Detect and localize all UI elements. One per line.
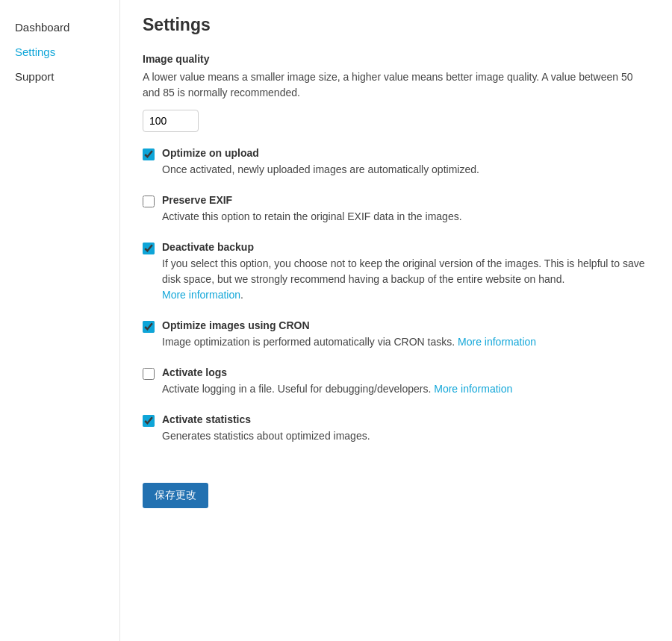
deactivate-backup-more-info-link[interactable]: More information <box>162 289 240 301</box>
checkbox-desc-deactivate-backup: If you select this option, you choose no… <box>162 256 650 303</box>
checkbox-desc-activate-logs: Activate logging in a file. Useful for d… <box>162 381 512 397</box>
image-quality-description: A lower value means a smaller image size… <box>143 69 650 101</box>
checkbox-title-activate-logs: Activate logs <box>162 366 512 378</box>
checkbox-desc-preserve-exif: Activate this option to retain the origi… <box>162 209 462 225</box>
checkbox-title-deactivate-backup: Deactivate backup <box>162 241 650 253</box>
checkbox-activate-logs[interactable] <box>143 368 155 380</box>
image-quality-section: Image quality A lower value means a smal… <box>143 53 650 132</box>
checkbox-group-activate-statistics: Activate statistics Generates statistics… <box>143 413 650 444</box>
checkbox-title-preserve-exif: Preserve EXIF <box>162 194 462 206</box>
checkbox-desc-activate-statistics: Generates statistics about optimized ima… <box>162 428 370 444</box>
sidebar-item-settings[interactable]: Settings <box>15 40 105 64</box>
checkbox-preserve-exif[interactable] <box>143 196 155 207</box>
checkbox-optimize-cron[interactable] <box>143 321 155 333</box>
sidebar-item-support[interactable]: Support <box>15 64 105 89</box>
checkbox-title-optimize-cron: Optimize images using CRON <box>162 319 536 331</box>
sidebar-item-dashboard[interactable]: Dashboard <box>15 15 105 40</box>
checkbox-deactivate-backup[interactable] <box>143 243 155 254</box>
checkbox-title-activate-statistics: Activate statistics <box>162 413 370 425</box>
image-quality-label: Image quality <box>143 53 650 65</box>
checkbox-group-preserve-exif: Preserve EXIF Activate this option to re… <box>143 194 650 225</box>
activate-logs-more-info-link[interactable]: More information <box>434 383 512 395</box>
checkbox-group-deactivate-backup: Deactivate backup If you select this opt… <box>143 241 650 303</box>
checkboxes-container: Optimize on upload Once activated, newly… <box>143 147 650 444</box>
checkbox-optimize-on-upload[interactable] <box>143 148 155 160</box>
checkbox-desc-optimize-cron: Image optimization is performed automati… <box>162 334 536 350</box>
checkbox-desc-optimize-on-upload: Once activated, newly uploaded images ar… <box>162 162 479 178</box>
image-quality-input-wrapper <box>143 110 650 132</box>
checkbox-group-optimize-on-upload: Optimize on upload Once activated, newly… <box>143 147 650 178</box>
checkbox-group-activate-logs: Activate logs Activate logging in a file… <box>143 366 650 397</box>
save-button[interactable]: 保存更改 <box>143 483 208 508</box>
optimize-cron-more-info-link[interactable]: More information <box>458 336 536 348</box>
checkbox-group-optimize-cron: Optimize images using CRON Image optimiz… <box>143 319 650 350</box>
image-quality-input[interactable] <box>143 110 199 132</box>
sidebar: Dashboard Settings Support <box>0 0 119 641</box>
main-content: Settings Image quality A lower value mea… <box>119 0 672 641</box>
page-title: Settings <box>143 15 650 35</box>
checkbox-title-optimize-on-upload: Optimize on upload <box>162 147 479 159</box>
checkbox-activate-statistics[interactable] <box>143 415 155 427</box>
